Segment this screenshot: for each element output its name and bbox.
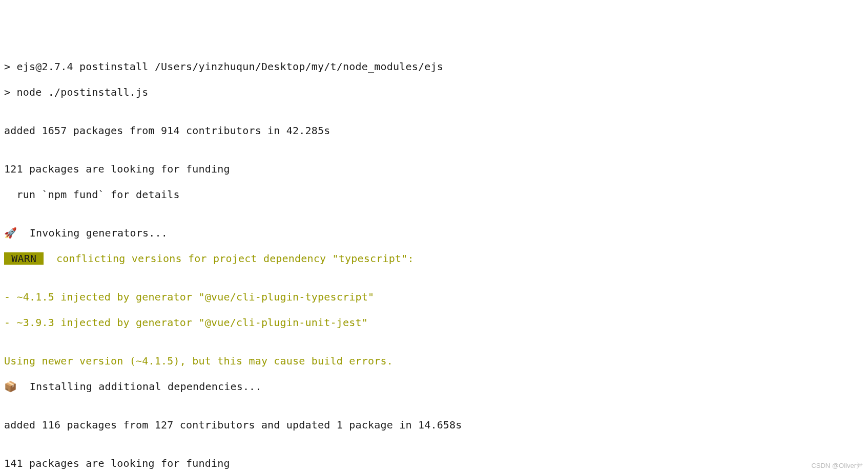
warn-message: conflicting versions for project depende… — [44, 252, 414, 265]
output-line: added 1657 packages from 914 contributor… — [4, 124, 864, 137]
output-line: added 116 packages from 127 contributors… — [4, 419, 864, 432]
output-line: run `npm fund` for details — [4, 188, 864, 201]
package-icon: 📦 — [4, 381, 17, 392]
installing-line: 📦 Installing additional dependencies... — [4, 380, 864, 393]
dependency-line: - ~3.9.3 injected by generator "@vue/cli… — [4, 316, 864, 329]
rocket-icon: 🚀 — [4, 227, 17, 239]
invoking-text: Invoking generators... — [17, 227, 168, 239]
output-line: > ejs@2.7.4 postinstall /Users/yinzhuqun… — [4, 60, 864, 73]
installing-text: Installing additional dependencies... — [17, 380, 261, 393]
invoking-line: 🚀 Invoking generators... — [4, 227, 864, 240]
attribution-watermark: CSDN @Oliver尹 — [811, 462, 863, 470]
dependency-line: - ~4.1.5 injected by generator "@vue/cli… — [4, 291, 864, 304]
output-line: 121 packages are looking for funding — [4, 163, 864, 176]
output-line: 141 packages are looking for funding — [4, 457, 864, 470]
warn-line: WARN conflicting versions for project de… — [4, 252, 864, 265]
warn-badge: WARN — [4, 252, 44, 265]
output-line: > node ./postinstall.js — [4, 86, 864, 99]
using-version-line: Using newer version (~4.1.5), but this m… — [4, 355, 864, 368]
